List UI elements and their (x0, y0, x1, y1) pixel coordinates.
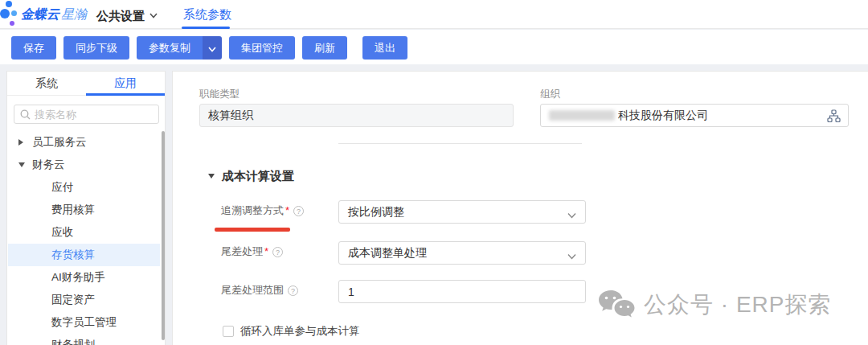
tree-search[interactable] (14, 105, 159, 124)
checkbox-label: 循环入库单参与成本计算 (240, 324, 360, 339)
tab-application[interactable]: 应用 (86, 72, 165, 95)
logo-dot (11, 10, 17, 16)
top-navbar: 金蝶云星瀚 公共设置 系统参数 (0, 0, 868, 29)
function-type-field: 核算组织 (199, 104, 514, 127)
tree-item-employee-service-cloud[interactable]: 员工服务云 (8, 131, 160, 154)
sidebar-panel: 系统 应用 员工服务云 财务云 应付 费用核算 应收 存货核算 AI财务助手 固… (6, 71, 166, 345)
brand-light: 星瀚 (61, 7, 87, 21)
tree-item-finance-cloud[interactable]: 财务云 (8, 154, 160, 176)
redacted-company-name (549, 110, 615, 121)
group-control-button[interactable]: 集团管控 (229, 36, 295, 60)
trace-adjust-label: 追溯调整方式*? (221, 204, 304, 217)
brand-bold: 金蝶云 (21, 7, 59, 21)
search-input[interactable] (35, 109, 139, 121)
chevron-down-icon (149, 0, 158, 29)
logo-dot (6, 1, 12, 7)
tree-scrollbar[interactable] (162, 131, 165, 340)
section-collapse-icon (208, 174, 215, 179)
toolbar: 保存 同步下级 参数复制 集团管控 刷新 退出 (0, 30, 868, 64)
function-type-label: 职能类型 (199, 88, 240, 100)
tail-diff-select[interactable]: 成本调整单处理 (338, 241, 586, 265)
logo-dot (10, 21, 14, 26)
wechat-icon (597, 289, 636, 321)
tree-item-payables[interactable]: 应付 (8, 176, 160, 199)
tree-item-fixed-assets[interactable]: 固定资产 (8, 289, 160, 311)
tail-diff-range-input[interactable] (348, 285, 557, 298)
section-divider (338, 143, 582, 144)
save-button[interactable]: 保存 (11, 36, 56, 60)
module-tree: 员工服务云 财务云 应付 费用核算 应收 存货核算 AI财务助手 固定资产 数字… (7, 129, 166, 345)
tree-item-inventory-accounting[interactable]: 存货核算 (8, 244, 160, 266)
tail-diff-label: 尾差处理*? (221, 245, 283, 258)
organization-field[interactable]: 科技股份有限公司 (540, 104, 849, 127)
chevron-down-icon (208, 42, 216, 55)
cost-calc-section-header[interactable]: 成本计算设置 (208, 169, 294, 183)
brand-text: 金蝶云星瀚 (21, 6, 87, 23)
function-type-value: 核算组织 (208, 109, 253, 123)
parameter-copy-split-button: 参数复制 (137, 36, 222, 60)
watermark-text: 公众号 · ERP探索 (644, 290, 831, 320)
tree-item-clipped[interactable]: 财务规划 (8, 334, 160, 345)
tree-item-receivables[interactable]: 应收 (8, 221, 160, 244)
required-mark: * (285, 204, 289, 216)
tab-system-parameters[interactable]: 系统参数 (183, 0, 231, 29)
exit-button[interactable]: 退出 (362, 36, 407, 60)
checkbox-unchecked[interactable] (223, 326, 234, 337)
tail-diff-range-field[interactable] (338, 280, 586, 303)
organization-label: 组织 (540, 88, 560, 100)
parameter-copy-button[interactable]: 参数复制 (137, 36, 203, 60)
watermark: 公众号 · ERP探索 (597, 289, 831, 321)
refresh-button[interactable]: 刷新 (302, 36, 347, 60)
chevron-down-icon (567, 208, 576, 221)
parameter-copy-dropdown[interactable] (203, 36, 222, 60)
menu-label: 公共设置 (96, 9, 145, 23)
organization-value: 科技股份有限公司 (618, 109, 708, 123)
org-picker-icon[interactable] (827, 109, 841, 125)
tail-diff-range-label: 尾差处理范围? (221, 284, 298, 297)
collapsed-arrow-icon[interactable] (18, 139, 23, 146)
sync-subordinate-button[interactable]: 同步下级 (63, 36, 129, 60)
active-tab-underline (182, 27, 230, 29)
tree-item-expense-accounting[interactable]: 费用核算 (8, 199, 160, 221)
section-title: 成本计算设置 (222, 169, 294, 184)
parameter-form-panel: 职能类型 核算组织 组织 科技股份有限公司 成本计算设置 追溯调整方式*? 按比… (172, 71, 868, 345)
expanded-arrow-icon[interactable] (18, 162, 25, 167)
required-mark: * (264, 245, 268, 257)
menu-public-settings[interactable]: 公共设置 (96, 0, 158, 29)
tree-item-digital-employee[interactable]: 数字员工管理 (8, 311, 160, 334)
help-icon[interactable]: ? (272, 247, 283, 257)
tab-system[interactable]: 系统 (7, 72, 86, 95)
tree-item-ai-finance-assistant[interactable]: AI财务助手 (8, 266, 160, 289)
trace-adjust-select[interactable]: 按比例调整 (338, 200, 586, 224)
logo-dot (0, 9, 10, 18)
loop-inbound-checkbox-row[interactable]: 循环入库单参与成本计算 (223, 324, 360, 339)
help-icon[interactable]: ? (293, 206, 304, 216)
sidebar-tabs: 系统 应用 (7, 72, 165, 96)
search-icon (20, 109, 31, 120)
chevron-down-icon (567, 249, 576, 262)
help-icon[interactable]: ? (288, 285, 298, 296)
red-underline-annotation (215, 228, 290, 232)
